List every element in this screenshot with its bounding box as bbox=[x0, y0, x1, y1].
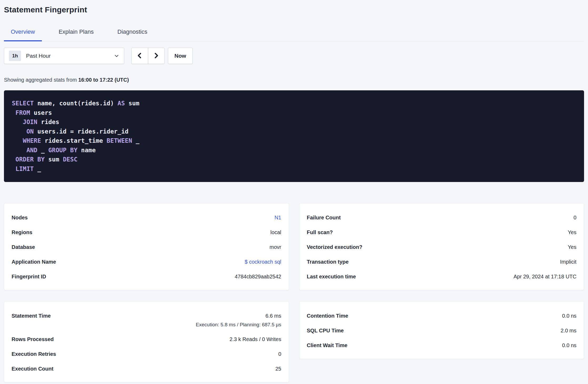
statement-fingerprint-page: Statement Fingerprint Overview Explain P… bbox=[0, 4, 588, 382]
stat-label: Failure Count bbox=[307, 215, 341, 220]
stat-value-wrap: local bbox=[270, 230, 281, 235]
tab-explain-plans[interactable]: Explain Plans bbox=[52, 26, 101, 41]
tab-bar: Overview Explain Plans Diagnostics bbox=[4, 26, 584, 41]
stat-row: Transaction typeImplicit bbox=[307, 259, 577, 265]
stat-label: Vectorized execution? bbox=[307, 244, 362, 250]
previous-range-button[interactable] bbox=[132, 48, 148, 64]
stat-label: Database bbox=[12, 244, 35, 250]
stat-value: Yes bbox=[568, 244, 576, 250]
stat-value: 0.0 ns bbox=[562, 313, 576, 319]
sql-statement-box: SELECT name, count(rides.id) AS sum FROM… bbox=[4, 90, 584, 182]
stat-value-wrap: Implicit bbox=[560, 259, 576, 265]
next-range-button[interactable] bbox=[148, 48, 165, 64]
time-range-dropdown[interactable]: 1h Past Hour bbox=[4, 48, 124, 64]
stat-row: Last execution timeApr 29, 2024 at 17:18… bbox=[307, 274, 577, 279]
stat-row: Vectorized execution?Yes bbox=[307, 244, 577, 250]
time-range-badge: 1h bbox=[9, 51, 21, 61]
stat-row: Full scan?Yes bbox=[307, 230, 577, 235]
summary-cards: NodesN1RegionslocalDatabasemovrApplicati… bbox=[4, 203, 584, 382]
stat-label: Statement Time bbox=[12, 313, 51, 319]
stat-value-wrap: 0 bbox=[278, 351, 281, 357]
execution-attributes-card: Failure Count0Full scan?YesVectorized ex… bbox=[299, 203, 584, 290]
stat-value: 2.0 ms bbox=[561, 328, 576, 333]
stats-line-prefix: Showing aggregated stats from bbox=[4, 77, 78, 83]
stat-label: Transaction type bbox=[307, 259, 349, 265]
stat-row: Contention Time0.0 ns bbox=[307, 313, 577, 319]
stat-row: Execution Retries0 bbox=[12, 351, 281, 357]
stat-value: 4784cb829aab2542 bbox=[235, 274, 281, 279]
stat-value: Yes bbox=[568, 229, 576, 235]
overview-info-card: NodesN1RegionslocalDatabasemovrApplicati… bbox=[4, 203, 289, 290]
stat-label: Execution Count bbox=[12, 366, 53, 372]
stat-row: Failure Count0 bbox=[307, 215, 577, 220]
sql-line: WHERE rides.start_time BETWEEN _ bbox=[12, 136, 576, 146]
chevron-left-icon bbox=[137, 52, 143, 60]
stat-value-wrap: 6.6 msExecution: 5.8 ms / Planning: 687.… bbox=[196, 313, 281, 327]
time-controls: 1h Past Hour Now bbox=[4, 48, 584, 64]
stat-value-wrap: 0.0 ns bbox=[562, 313, 576, 319]
stat-label: Execution Retries bbox=[12, 351, 56, 357]
stat-label: Contention Time bbox=[307, 313, 348, 319]
stat-label: Nodes bbox=[12, 215, 28, 220]
stat-value-wrap: 4784cb829aab2542 bbox=[235, 274, 281, 279]
stat-value: movr bbox=[270, 244, 281, 250]
stat-row: Fingerprint ID4784cb829aab2542 bbox=[12, 274, 281, 279]
time-range-label: Past Hour bbox=[26, 53, 51, 59]
page-title: Statement Fingerprint bbox=[4, 4, 584, 15]
stat-row: Application Name$ cockroach sql bbox=[12, 259, 281, 265]
tab-overview[interactable]: Overview bbox=[4, 26, 42, 41]
stat-label: SQL CPU Time bbox=[307, 328, 344, 333]
stat-subvalue: Execution: 5.8 ms / Planning: 687.5 µs bbox=[196, 322, 281, 327]
now-button[interactable]: Now bbox=[168, 48, 193, 64]
stat-value-wrap: Yes bbox=[568, 244, 576, 250]
stat-value: 0 bbox=[278, 351, 281, 357]
stat-row: Rows Processed2.3 k Reads / 0 Writes bbox=[12, 337, 281, 342]
sql-line: LIMIT _ bbox=[12, 164, 576, 174]
wait-time-card: Contention Time0.0 nsSQL CPU Time2.0 msC… bbox=[299, 301, 584, 359]
tab-diagnostics[interactable]: Diagnostics bbox=[111, 26, 154, 41]
stat-label: Last execution time bbox=[307, 274, 356, 279]
chevron-right-icon bbox=[153, 52, 159, 60]
stat-value-wrap: 2.0 ms bbox=[561, 328, 576, 333]
sql-line: AND _ GROUP BY name bbox=[12, 146, 576, 155]
stat-value-link[interactable]: $ cockroach sql bbox=[245, 259, 281, 265]
stat-value: 0.0 ns bbox=[562, 342, 576, 348]
stat-value: Implicit bbox=[560, 259, 576, 265]
stat-value-wrap: 2.3 k Reads / 0 Writes bbox=[230, 337, 281, 342]
sql-line: ORDER BY sum DESC bbox=[12, 155, 576, 164]
stat-value-wrap: Apr 29, 2024 at 17:18 UTC bbox=[514, 274, 576, 279]
aggregated-stats-line: Showing aggregated stats from 16:00 to 1… bbox=[4, 76, 584, 83]
stat-label: Client Wait Time bbox=[307, 343, 347, 348]
stat-value-link[interactable]: N1 bbox=[275, 215, 281, 220]
stats-line-range: 16:00 to 17:22 (UTC) bbox=[78, 77, 129, 83]
stat-value-wrap: Yes bbox=[568, 230, 576, 235]
sql-line: JOIN rides bbox=[12, 117, 576, 127]
stat-label: Regions bbox=[12, 230, 32, 235]
stat-value-wrap: movr bbox=[270, 244, 281, 250]
stat-label: Fingerprint ID bbox=[12, 274, 46, 279]
stat-value-wrap: 25 bbox=[275, 366, 281, 372]
stat-row: Databasemovr bbox=[12, 244, 281, 250]
stat-row: SQL CPU Time2.0 ms bbox=[307, 328, 577, 333]
stat-value: local bbox=[270, 229, 281, 235]
stat-row: Execution Count25 bbox=[12, 366, 281, 372]
stat-row: Statement Time6.6 msExecution: 5.8 ms / … bbox=[12, 313, 281, 327]
stat-row: Client Wait Time0.0 ns bbox=[307, 343, 577, 348]
stat-value: 25 bbox=[275, 366, 281, 372]
stat-value-wrap: N1 bbox=[275, 215, 281, 220]
statement-performance-card: Statement Time6.6 msExecution: 5.8 ms / … bbox=[4, 301, 289, 382]
stat-value: 2.3 k Reads / 0 Writes bbox=[230, 336, 281, 342]
stat-label: Application Name bbox=[12, 259, 56, 265]
stat-label: Full scan? bbox=[307, 230, 333, 235]
stat-value: Apr 29, 2024 at 17:18 UTC bbox=[514, 274, 576, 279]
chevron-down-icon bbox=[114, 53, 119, 58]
stat-value: 0 bbox=[574, 215, 576, 220]
time-range-stepper bbox=[131, 48, 165, 64]
stat-row: Regionslocal bbox=[12, 230, 281, 235]
stat-value-wrap: 0.0 ns bbox=[562, 343, 576, 348]
stat-value-wrap: 0 bbox=[574, 215, 576, 220]
sql-line: SELECT name, count(rides.id) AS sum bbox=[12, 99, 576, 108]
stat-value-wrap: $ cockroach sql bbox=[245, 259, 281, 265]
sql-line: ON users.id = rides.rider_id bbox=[12, 127, 576, 136]
sql-line: FROM users bbox=[12, 108, 576, 118]
